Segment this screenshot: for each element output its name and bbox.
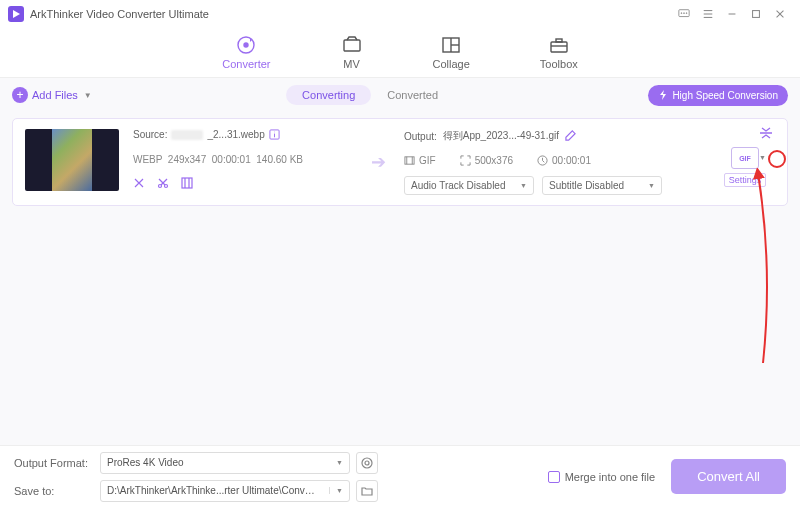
tab-mv[interactable]: MV bbox=[341, 34, 363, 70]
checkbox-icon bbox=[548, 471, 560, 483]
info-icon[interactable] bbox=[269, 129, 280, 140]
footer: Output Format: ProRes 4K Video ▼ Save to… bbox=[0, 445, 800, 507]
content-area: Source: _2...31.webp WEBP 249x347 00:00:… bbox=[0, 112, 800, 212]
save-to-select[interactable]: D:\ArkThinker\ArkThinke...rter Ultimate\… bbox=[100, 480, 350, 502]
high-speed-label: High Speed Conversion bbox=[672, 90, 778, 101]
format-badge-label: GIF bbox=[739, 155, 751, 162]
subtab-converting[interactable]: Converting bbox=[286, 85, 371, 105]
svg-rect-14 bbox=[344, 40, 360, 51]
convert-all-button[interactable]: Convert All bbox=[671, 459, 786, 494]
src-duration: 00:00:01 bbox=[212, 154, 251, 165]
chevron-down-icon: ▼ bbox=[648, 182, 655, 189]
out-resolution: 500x376 bbox=[475, 155, 513, 166]
output-format-label: Output Format: bbox=[14, 457, 94, 469]
cut-tool-icon[interactable] bbox=[157, 177, 169, 191]
source-meta: WEBP 249x347 00:00:01 140.60 KB bbox=[133, 154, 353, 165]
redacted-text bbox=[171, 130, 203, 140]
output-format-button[interactable]: GIF ▼ bbox=[731, 147, 759, 169]
source-label: Source: bbox=[133, 129, 167, 140]
source-column: Source: _2...31.webp WEBP 249x347 00:00:… bbox=[133, 129, 353, 195]
svg-point-37 bbox=[365, 461, 369, 465]
save-to-label: Save to: bbox=[14, 485, 94, 497]
right-controls: GIF ▼ Settings bbox=[715, 129, 775, 195]
audio-track-select[interactable]: Audio Track Disabled ▼ bbox=[404, 176, 534, 195]
clock-icon bbox=[537, 155, 548, 166]
collage-icon bbox=[440, 34, 462, 56]
out-res-cell: 500x376 bbox=[460, 155, 513, 166]
out-format: GIF bbox=[419, 155, 436, 166]
output-format-select[interactable]: ProRes 4K Video ▼ bbox=[100, 452, 350, 474]
titlebar: ArkThinker Video Converter Ultimate bbox=[0, 0, 800, 28]
thumbnail[interactable] bbox=[25, 129, 119, 191]
source-filename: _2...31.webp bbox=[207, 129, 264, 140]
svg-rect-32 bbox=[405, 157, 414, 164]
add-files-button[interactable]: + Add Files ▼ bbox=[12, 87, 92, 103]
save-to-value: D:\ArkThinker\ArkThinke...rter Ultimate\… bbox=[107, 485, 317, 496]
toolbox-icon bbox=[548, 34, 570, 56]
lightning-icon bbox=[658, 90, 668, 100]
minimize-button[interactable] bbox=[720, 4, 744, 24]
svg-point-13 bbox=[244, 43, 248, 47]
enhance-tool-icon[interactable] bbox=[181, 177, 193, 191]
svg-rect-29 bbox=[182, 178, 192, 188]
chevron-down-icon: ▼ bbox=[329, 487, 343, 494]
svg-rect-19 bbox=[556, 39, 562, 42]
audio-select-value: Audio Track Disabled bbox=[411, 180, 506, 191]
menu-icon[interactable] bbox=[696, 4, 720, 24]
subtab-converted[interactable]: Converted bbox=[371, 85, 454, 105]
high-speed-button[interactable]: High Speed Conversion bbox=[648, 85, 788, 106]
resolution-icon bbox=[460, 155, 471, 166]
compress-icon[interactable] bbox=[759, 127, 773, 142]
svg-rect-18 bbox=[551, 42, 567, 52]
plus-icon: + bbox=[12, 87, 28, 103]
maximize-button[interactable] bbox=[744, 4, 768, 24]
svg-point-4 bbox=[686, 13, 687, 14]
output-format-value: ProRes 4K Video bbox=[107, 457, 184, 468]
file-card: Source: _2...31.webp WEBP 249x347 00:00:… bbox=[12, 118, 788, 206]
tab-label: Collage bbox=[433, 58, 470, 70]
svg-rect-9 bbox=[753, 11, 760, 18]
open-folder-button[interactable] bbox=[356, 480, 378, 502]
chevron-down-icon: ▼ bbox=[520, 182, 527, 189]
edit-tool-icon[interactable] bbox=[133, 177, 145, 191]
chevron-down-icon[interactable]: ▼ bbox=[759, 154, 766, 161]
svg-marker-21 bbox=[660, 90, 666, 100]
out-format-cell: GIF bbox=[404, 155, 436, 166]
out-dur-cell: 00:00:01 bbox=[537, 155, 591, 166]
chevron-down-icon: ▼ bbox=[336, 459, 343, 466]
out-duration: 00:00:01 bbox=[552, 155, 591, 166]
src-format: WEBP bbox=[133, 154, 162, 165]
tab-converter[interactable]: Converter bbox=[222, 34, 270, 70]
close-button[interactable] bbox=[768, 4, 792, 24]
output-filename: 得到App_2023...-49-31.gif bbox=[443, 129, 559, 143]
merge-checkbox[interactable]: Merge into one file bbox=[548, 471, 656, 483]
output-column: Output: 得到App_2023...-49-31.gif GIF 500x… bbox=[404, 129, 701, 195]
mv-icon bbox=[341, 34, 363, 56]
output-settings-button[interactable] bbox=[356, 452, 378, 474]
svg-point-3 bbox=[684, 13, 685, 14]
main-tabs: Converter MV Collage Toolbox bbox=[0, 28, 800, 78]
toolbar: + Add Files ▼ Converting Converted High … bbox=[0, 78, 800, 112]
app-logo bbox=[8, 6, 24, 22]
subtitle-select[interactable]: Subtitle Disabled ▼ bbox=[542, 176, 662, 195]
output-label: Output: bbox=[404, 131, 437, 142]
tab-label: Converter bbox=[222, 58, 270, 70]
src-filesize: 140.60 KB bbox=[256, 154, 303, 165]
tab-toolbox[interactable]: Toolbox bbox=[540, 34, 578, 70]
feedback-icon[interactable] bbox=[672, 4, 696, 24]
svg-point-38 bbox=[362, 458, 372, 468]
rename-icon[interactable] bbox=[565, 130, 576, 143]
arrow-icon: ➔ bbox=[367, 129, 390, 195]
converter-icon bbox=[235, 34, 257, 56]
settings-button[interactable]: Settings bbox=[724, 173, 767, 187]
chevron-down-icon: ▼ bbox=[84, 91, 92, 100]
film-icon bbox=[404, 155, 415, 166]
tab-label: MV bbox=[343, 58, 360, 70]
svg-marker-0 bbox=[13, 10, 20, 18]
subtitle-select-value: Subtitle Disabled bbox=[549, 180, 624, 191]
tab-collage[interactable]: Collage bbox=[433, 34, 470, 70]
src-resolution: 249x347 bbox=[168, 154, 206, 165]
add-files-label: Add Files bbox=[32, 89, 78, 101]
thumbnail-image bbox=[52, 129, 92, 191]
tab-label: Toolbox bbox=[540, 58, 578, 70]
